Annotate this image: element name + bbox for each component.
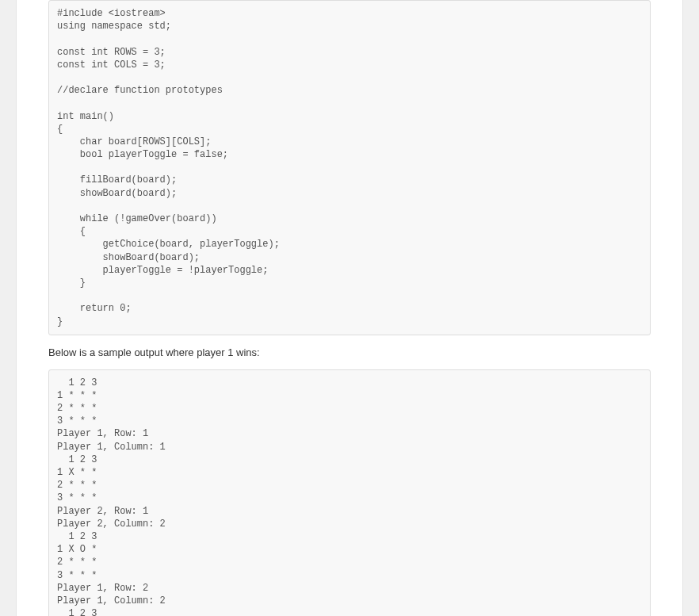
document-content: #include <iostream> using namespace std;… — [16, 0, 683, 616]
sample-output-description: Below is a sample output where player 1 … — [48, 346, 651, 358]
code-block-main-function: #include <iostream> using namespace std;… — [48, 0, 651, 335]
page-background: #include <iostream> using namespace std;… — [0, 0, 699, 616]
code-block-sample-output: 1 2 3 1 * * * 2 * * * 3 * * * Player 1, … — [48, 369, 651, 616]
